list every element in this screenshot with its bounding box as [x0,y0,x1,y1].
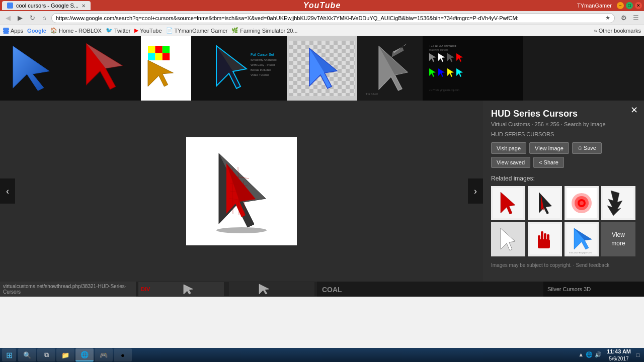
view-more-button[interactable]: Viewmore [601,222,635,256]
bookmark-tymangamer[interactable]: 📄 TYmanGamer Gamer [166,27,228,34]
bookmark-farming[interactable]: 🌿 Farming Simulator 20... [231,27,297,34]
home-button[interactable]: ⌂ [39,13,49,23]
title-bar: cool cursors - Google S... ✕ YouTube TYm… [0,0,644,11]
extensions-icon[interactable]: ⚙ [619,13,629,23]
twitter-icon: 🐦 [106,27,113,34]
view-image-button[interactable]: View image [529,142,569,154]
svg-text:matching cursors: matching cursors [429,48,449,51]
tray-network-icon[interactable]: 🌐 [586,351,593,358]
visit-page-button[interactable]: Visit page [491,142,526,154]
related-image-6[interactable] [528,222,562,256]
strip-image-1[interactable] [0,36,70,101]
chrome-icon: 🌐 [80,351,89,358]
settings-icon[interactable]: ☰ [631,13,641,23]
tab-close-button[interactable]: ✕ [82,3,86,9]
related-image-2[interactable] [528,186,562,220]
svg-text:★★ STAR: ★★ STAR [365,93,378,96]
related-grid: EnkCursor.Blogspot.Com Viewmore [491,186,636,256]
related-image-1[interactable] [491,186,525,220]
related-image-5[interactable] [491,222,525,256]
bottom-strip-image-1[interactable]: DIV [136,282,226,297]
bottom-strip-image-4[interactable]: Silver Cursors 3D [543,282,644,297]
taskbar-app-chrome[interactable]: 🌐 [75,348,94,361]
user-name: TYmanGamer [577,3,612,9]
svg-rect-74 [538,239,550,248]
back-button[interactable]: ◀ [3,13,13,23]
svg-text:DIV: DIV [141,286,150,292]
bookmark-other[interactable]: » Other bookmarks [594,28,641,34]
bookmarks-bar: ⋮⋮ Apps Google 🏠 Home - ROBLOX 🐦 Twitter… [0,25,644,36]
bottom-strip-image-2[interactable] [226,282,317,297]
next-image-button[interactable]: › [468,178,483,204]
close-panel-button[interactable]: ✕ [630,105,638,116]
roblox-label: Home - ROBLOX [59,28,102,34]
tymangamer-label: TYmanGamer Gamer [175,28,228,34]
svg-marker-10 [148,60,173,86]
view-more-label: Viewmore [611,231,625,248]
bookmark-google[interactable]: Google [27,28,46,34]
address-bar[interactable]: ★ [51,13,615,23]
bottom-strip: virtualcustoms.net/showthread.php/38321-… [0,282,644,297]
tray-up-arrow[interactable]: ▲ [578,351,584,358]
related-title: Related images: [491,175,636,182]
strip-image-3[interactable] [141,36,191,101]
bookmark-apps[interactable]: ⋮⋮ Apps [3,28,23,34]
svg-text:+17 all 3D animated: +17 all 3D animated [429,44,456,47]
system-clock[interactable]: 11:43 AM 5/6/2017 [607,348,631,361]
system-tray-icons: ▲ 🌐 🔊 [578,351,602,358]
left-image-panel: ‹ › [0,101,483,282]
windows-logo-icon: ⊞ [6,350,13,360]
save-button[interactable]: ✩ Save [572,142,602,154]
minimize-button[interactable]: − [617,2,624,9]
strip-image-4[interactable]: Full Cursor Set Smoothly Animated With E… [191,36,287,101]
related-image-7[interactable]: EnkCursor.Blogspot.Com [565,222,599,256]
notification-button[interactable]: □ [634,348,642,361]
bookmark-star-icon[interactable]: ★ [605,15,610,21]
related-image-3[interactable] [565,186,599,220]
tray-volume-icon[interactable]: 🔊 [595,351,602,358]
apps-label: Apps [11,28,23,34]
related-image-4[interactable] [601,186,635,220]
bookmark-twitter[interactable]: 🐦 Twitter [106,27,130,34]
address-icons: ★ [605,15,610,21]
svg-point-54 [216,227,267,233]
taskbar-app-app5[interactable]: ● [114,348,132,361]
tab-label: cool cursors - Google S... [16,3,78,9]
taskbar-app-search[interactable]: 🔍 [18,348,36,361]
bottom-strip-image-3[interactable]: COAL [317,282,543,297]
svg-rect-5 [155,46,162,53]
reload-button[interactable]: ↻ [27,13,37,23]
image-site: HUD SERIES CURSORS [491,131,636,137]
svg-rect-84 [319,282,541,296]
other-bookmarks-label: » Other bookmarks [594,28,641,34]
taskbar-app-taskview[interactable]: ⧉ [37,348,55,361]
svg-marker-34 [438,53,445,62]
taskbar-app-steam[interactable]: 🎮 [95,348,113,361]
title-bar-left: cool cursors - Google S... ✕ [2,1,91,10]
right-panel: HUD Series Cursors Virtual Customs · 256… [483,101,644,282]
bookmark-roblox[interactable]: 🏠 Home - ROBLOX [50,27,102,34]
start-button[interactable]: ⊞ [2,348,16,361]
close-window-button[interactable]: ✕ [635,2,642,9]
url-input[interactable] [56,15,602,21]
strip-image-7[interactable]: +17 all 3D animated matching cursors J.J… [423,36,523,101]
maximize-button[interactable]: □ [626,2,633,9]
forward-button[interactable]: ▶ [15,13,25,23]
youtube-logo: YouTube [303,1,341,10]
taskbar-app-explorer[interactable]: 📁 [56,348,74,361]
twitter-label: Twitter [114,28,130,34]
prev-image-button[interactable]: ‹ [0,178,15,204]
share-button[interactable]: < Share [533,157,564,168]
browser-tab[interactable]: cool cursors - Google S... ✕ [2,1,91,10]
view-saved-button[interactable]: View saved [491,157,530,168]
main-image-container [186,137,297,245]
title-bar-right: TYmanGamer − □ ✕ [577,2,642,9]
strip-image-5[interactable] [287,36,357,101]
svg-text:EnkCursor.Blogspot.Com: EnkCursor.Blogspot.Com [569,251,592,254]
bookmark-youtube[interactable]: ▶ YouTube [134,27,162,34]
svg-marker-33 [429,53,436,62]
strip-image-2[interactable] [70,36,141,101]
svg-marker-37 [429,68,436,77]
svg-marker-35 [447,53,454,62]
strip-image-6[interactable]: ★★ STAR [357,36,423,101]
